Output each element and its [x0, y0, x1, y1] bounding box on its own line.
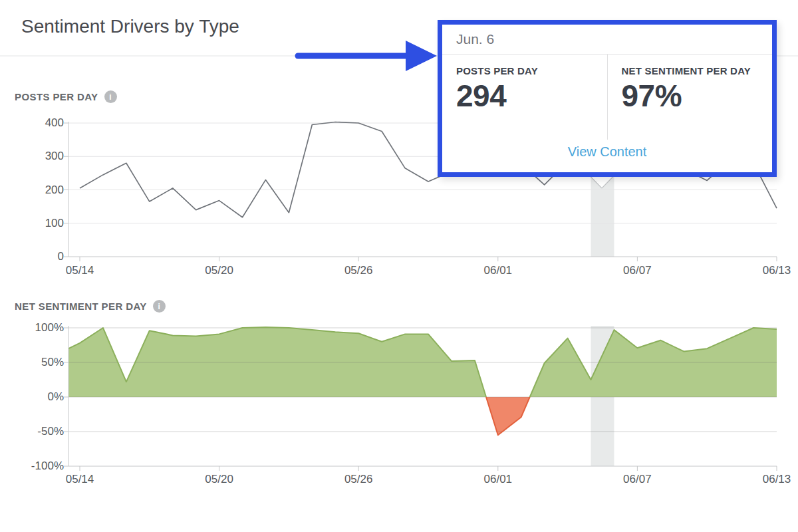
- annotation-arrow-head: [406, 41, 437, 71]
- tooltip-stats: POSTS PER DAY 294 NET SENTIMENT PER DAY …: [442, 55, 772, 140]
- tooltip-date: Jun. 6: [442, 25, 772, 55]
- view-content-link[interactable]: View Content: [442, 140, 772, 160]
- tooltip-posts-value: 294: [456, 80, 607, 112]
- hover-tooltip[interactable]: Jun. 6 POSTS PER DAY 294 NET SENTIMENT P…: [438, 20, 777, 177]
- info-icon[interactable]: i: [104, 90, 117, 103]
- tooltip-posts-col: POSTS PER DAY 294: [442, 55, 607, 140]
- tooltip-sentiment-label: NET SENTIMENT PER DAY: [622, 65, 773, 76]
- sentiment-area-negative: [68, 397, 777, 435]
- tooltip-sentiment-col: NET SENTIMENT PER DAY 97%: [607, 55, 773, 140]
- info-icon[interactable]: i: [153, 300, 166, 313]
- tooltip-sentiment-value: 97%: [622, 80, 773, 112]
- tooltip-posts-label: POSTS PER DAY: [456, 65, 607, 76]
